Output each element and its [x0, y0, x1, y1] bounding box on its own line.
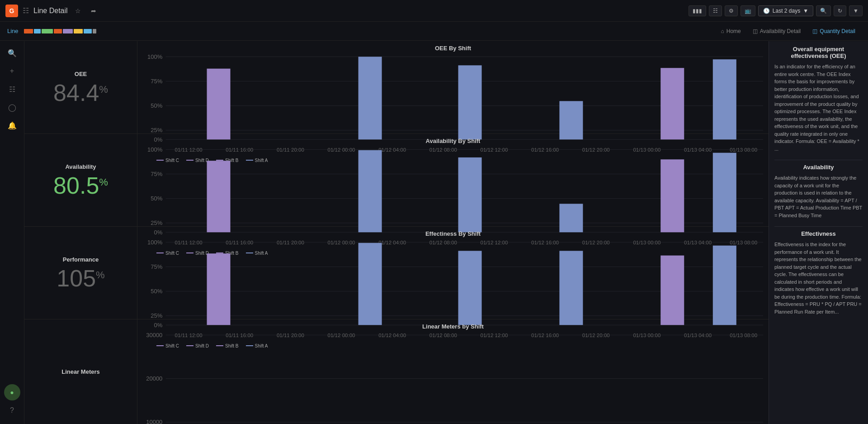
plus-icon: +: [10, 67, 14, 75]
time-range-btn[interactable]: 🕓 Last 2 days ▼: [758, 5, 813, 16]
svg-text:75%: 75%: [151, 78, 162, 85]
secondbar: Line ⌂ Home ◫ Availability Detail ◫ Quan…: [0, 22, 868, 41]
svg-text:20000: 20000: [146, 375, 162, 382]
availability-label: Availability: [65, 163, 96, 170]
availability-metric-cell: Availability 80.5%: [24, 134, 137, 226]
performance-chart-cell: Effectiness By Shift 100% 75% 50% 25% 0%: [137, 227, 769, 319]
svg-rect-0: [24, 29, 33, 33]
hamburger-icon[interactable]: ☷: [23, 6, 29, 15]
svg-rect-22: [660, 68, 684, 139]
svg-text:50%: 50%: [151, 195, 162, 202]
clock-icon: 🕓: [763, 8, 770, 14]
search-icon-btn[interactable]: 🔍: [816, 5, 831, 16]
time-range-label: Last 2 days: [773, 8, 800, 14]
bar-chart-icon-btn[interactable]: ▮▮▮: [689, 5, 706, 16]
availability-chart-title: Availability By Shift: [143, 138, 763, 144]
line-value-bar: [24, 28, 96, 35]
sidebar-bottom: ● ?: [4, 384, 20, 419]
info-divider-2: [774, 226, 863, 227]
sidebar-item-search[interactable]: 🔍: [4, 45, 20, 61]
svg-rect-2: [42, 29, 53, 33]
info-avail-text: Availability indicates how strongly the …: [774, 174, 863, 219]
user-icon: ●: [10, 389, 14, 396]
svg-text:25%: 25%: [151, 312, 162, 319]
sidebar-item-bell[interactable]: 🔔: [4, 117, 20, 133]
sidebar-item-add[interactable]: +: [4, 63, 20, 79]
svg-rect-5: [74, 29, 83, 33]
info-section-oee: Overall equipment effectiveness (OEE) Is…: [774, 46, 863, 152]
linear-chart-title: Linear Meters by Shift: [143, 323, 763, 330]
linear-label: Linear Meters: [61, 368, 100, 375]
svg-text:10000: 10000: [146, 419, 162, 424]
svg-rect-20: [458, 65, 482, 139]
sidebar-item-dashboard[interactable]: ☷: [4, 81, 20, 97]
chevron-down-icon: ▼: [853, 8, 859, 14]
oee-metric-cell: OEE 84.4%: [24, 41, 137, 133]
gear-icon: ⚙: [729, 8, 734, 14]
info-section-availability: Availability Availability indicates how …: [774, 164, 863, 219]
svg-rect-1: [34, 29, 41, 33]
performance-value: 105%: [57, 267, 104, 290]
svg-rect-6: [84, 29, 92, 33]
svg-text:25%: 25%: [151, 127, 162, 133]
avail-icon: ◫: [753, 28, 758, 34]
svg-rect-76: [458, 251, 482, 325]
gear-icon-btn[interactable]: ⚙: [725, 5, 738, 16]
performance-row: Performance 105% Effectiness By Shift 10…: [24, 227, 769, 319]
bell-icon: 🔔: [8, 121, 17, 130]
sidebar-item-user[interactable]: ●: [4, 384, 20, 400]
oee-row: OEE 84.4% OEE By Shift 100%: [24, 41, 769, 134]
table-icon: ☷: [713, 8, 718, 14]
dropdown-icon-btn[interactable]: ▼: [849, 5, 863, 16]
svg-rect-19: [359, 57, 382, 139]
svg-text:50%: 50%: [151, 102, 162, 109]
sidebar-item-circle[interactable]: ◯: [4, 99, 20, 115]
info-oee-title: Overall equipment effectiveness (OEE): [774, 46, 863, 59]
share-icon[interactable]: ➦: [88, 5, 99, 16]
tab-home[interactable]: ⌂ Home: [716, 25, 746, 37]
search-icon: 🔍: [820, 8, 827, 14]
info-divider-1: [774, 160, 863, 160]
sidebar: 🔍 + ☷ ◯ 🔔 ● ?: [0, 41, 24, 424]
performance-chart-title: Effectiness By Shift: [143, 230, 763, 237]
performance-label: Performance: [63, 256, 99, 263]
tab-availability-detail[interactable]: ◫ Availability Detail: [747, 25, 807, 37]
svg-rect-18: [207, 69, 231, 140]
svg-rect-48: [458, 157, 482, 232]
svg-text:50%: 50%: [151, 288, 162, 295]
oee-chart-title: OEE By Shift: [143, 45, 763, 52]
refresh-icon-btn[interactable]: ↻: [834, 5, 846, 16]
chevron-down-icon: ▼: [803, 8, 808, 14]
monitor-icon-btn[interactable]: 📺: [741, 5, 755, 16]
table-icon-btn[interactable]: ☷: [709, 5, 722, 16]
oee-label: OEE: [75, 71, 87, 77]
svg-rect-77: [559, 251, 583, 325]
circle-icon: ◯: [8, 103, 16, 112]
info-effectiveness-text: Effectiveness is the index for the perfo…: [774, 241, 863, 315]
home-icon: ⌂: [721, 28, 724, 34]
linear-chart-cell: Linear Meters by Shift 30000 20000 10000…: [137, 319, 769, 424]
oee-chart-cell: OEE By Shift 100% 75% 50% 25%: [137, 41, 769, 133]
svg-rect-4: [63, 29, 73, 33]
line-label: Line: [7, 28, 19, 34]
sidebar-item-help[interactable]: ?: [4, 402, 20, 419]
linear-row: Linear Meters Linear Meters by Shift 300…: [24, 319, 769, 424]
info-panel: Overall equipment effectiveness (OEE) Is…: [769, 41, 868, 424]
availability-chart-cell: Availability By Shift 100% 75% 50% 25% 0…: [137, 134, 769, 226]
tab-quantity-detail[interactable]: ◫ Quantity Detail: [807, 25, 861, 37]
svg-rect-7: [93, 29, 96, 33]
svg-rect-51: [713, 153, 736, 233]
grid-icon: ☷: [9, 85, 15, 94]
svg-rect-75: [359, 243, 382, 325]
schedule-bar: [24, 28, 96, 35]
availability-value: 80.5%: [53, 174, 108, 197]
star-icon[interactable]: ☆: [72, 5, 84, 16]
search-icon: 🔍: [8, 49, 17, 57]
svg-text:30000: 30000: [146, 332, 162, 338]
svg-rect-74: [207, 253, 231, 325]
svg-rect-3: [54, 29, 62, 33]
svg-text:100%: 100%: [147, 53, 163, 60]
svg-text:25%: 25%: [151, 219, 162, 226]
tab-avail-label: Availability Detail: [760, 28, 801, 34]
nav-tabs: ⌂ Home ◫ Availability Detail ◫ Quantity …: [716, 25, 861, 37]
